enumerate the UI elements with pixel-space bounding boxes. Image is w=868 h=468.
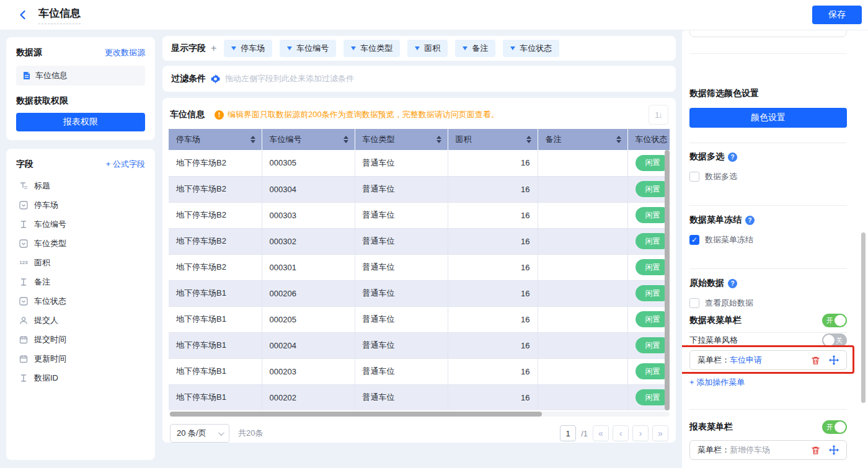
table-row[interactable]: 地下停车场B1000202普通车位16闲置 — [169, 384, 670, 410]
freeze-title: 数据菜单冻结? — [689, 214, 755, 226]
datasource-item[interactable]: 车位信息 — [16, 66, 145, 86]
change-datasource-link[interactable]: 更改数据源 — [105, 47, 145, 58]
add-action-menu-link[interactable]: + 添加操作菜单 — [689, 377, 745, 388]
column-header-车位编号[interactable]: 车位编号 — [262, 129, 355, 150]
help-icon[interactable]: ? — [728, 279, 737, 288]
dropdown-style-toggle[interactable]: 关 — [822, 333, 847, 347]
table-row[interactable]: 地下停车场B1000205普通车位16闲置 — [169, 306, 670, 332]
page-title[interactable]: 车位信息 — [38, 6, 81, 24]
field-item-提交人[interactable]: 提交人 — [16, 311, 145, 330]
cell-type: 普通车位 — [355, 228, 448, 254]
column-header-车位类型[interactable]: 车位类型 — [355, 129, 448, 150]
formula-field-link[interactable]: + 公式字段 — [106, 159, 145, 170]
freeze-checkbox[interactable]: ✓ 数据菜单冻结 — [689, 234, 753, 245]
help-icon[interactable]: ? — [728, 152, 737, 162]
menu-item-box[interactable]: 菜单栏： 车位申请 — [689, 350, 847, 370]
cell-parking: 地下停车场B2 — [169, 176, 262, 202]
field-item-数据ID[interactable]: 数据ID — [16, 368, 145, 387]
table-vertical-scrollbar[interactable] — [665, 150, 670, 410]
sort-icon[interactable] — [343, 136, 348, 143]
field-item-label: 车位类型 — [34, 238, 66, 249]
table-row[interactable]: 地下停车场B1000204普通车位16闲置 — [169, 332, 670, 358]
datasource-title: 数据源 — [16, 47, 42, 58]
report-permission-button[interactable]: 报表权限 — [16, 113, 145, 131]
table-row[interactable]: 地下停车场B1000203普通车位16闲置 — [169, 358, 670, 384]
delete-menu-button[interactable] — [810, 445, 820, 455]
table-row[interactable]: 地下停车场B2000302普通车位16闲置 — [169, 228, 670, 254]
help-icon[interactable]: ? — [745, 216, 755, 225]
field-chip-车位编号[interactable]: 车位编号 — [280, 40, 336, 57]
sort-order-button[interactable]: 1↓ — [649, 105, 668, 125]
delete-menu-button[interactable] — [810, 355, 820, 365]
field-chip-车位类型[interactable]: 车位类型 — [343, 40, 400, 57]
table-card: 车位信息 ! 编辑界面只取数据源前200条作为查询数据预览，完整数据请访问页面查… — [162, 98, 676, 443]
move-menu-button[interactable] — [829, 445, 839, 455]
table-row[interactable]: 地下停车场B2000304普通车位16闲置 — [169, 176, 670, 202]
prev-page-button[interactable]: ‹ — [613, 425, 629, 441]
menu-item-label: 菜单栏： — [698, 355, 730, 366]
field-chip-备注[interactable]: 备注 — [455, 40, 495, 57]
trash-icon — [811, 446, 820, 455]
cell-number: 000303 — [262, 202, 355, 228]
report-menu-item-box[interactable]: 菜单栏： 新增停车场 — [689, 440, 847, 460]
column-header-车位状态[interactable]: 车位状态 — [627, 129, 670, 150]
field-chip-车位状态[interactable]: 车位状态 — [503, 40, 559, 57]
cell-parking: 地下停车场B2 — [169, 150, 262, 176]
table-row[interactable]: 地下停车场B2000301普通车位16闲置 — [169, 254, 670, 280]
move-menu-button[interactable] — [829, 355, 839, 365]
select-icon — [19, 200, 29, 210]
column-header-备注[interactable]: 备注 — [538, 129, 627, 150]
page-size-select[interactable]: 20 条/页 — [170, 424, 229, 443]
save-button[interactable]: 保存 — [812, 6, 862, 24]
column-header-停车场[interactable]: 停车场 — [169, 129, 262, 150]
first-page-button[interactable]: « — [593, 425, 609, 441]
table-menu-toggle[interactable]: 开 — [822, 314, 847, 327]
field-item-车位类型[interactable]: 车位类型 — [16, 234, 145, 253]
text-icon — [19, 219, 29, 229]
cell-type: 普通车位 — [355, 176, 448, 202]
table-row[interactable]: 地下停车场B2000303普通车位16闲置 — [169, 202, 670, 228]
field-item-提交时间[interactable]: 提交时间 — [16, 330, 145, 349]
checkbox-unchecked-icon — [689, 172, 699, 182]
panel-scrollbar[interactable] — [861, 232, 866, 403]
cell-area: 16 — [448, 384, 538, 410]
report-menu-toggle[interactable]: 开 — [822, 420, 847, 434]
gear-icon[interactable] — [211, 74, 220, 84]
table-row[interactable]: 地下停车场B2000305普通车位16闲置 — [169, 150, 670, 176]
table-horizontal-scrollbar[interactable] — [170, 412, 542, 417]
table-row[interactable]: 地下停车场B1000206普通车位16闲置 — [169, 280, 670, 306]
field-chip-停车场[interactable]: 停车场 — [224, 40, 272, 57]
fields-title: 字段 — [16, 159, 33, 170]
dropdown-style-row: 下拉菜单风格 关 — [689, 333, 847, 347]
multi-select-checkbox[interactable]: 数据多选 — [689, 171, 737, 182]
cell-area: 16 — [448, 176, 538, 202]
chip-label: 车位类型 — [360, 43, 392, 54]
cell-type: 普通车位 — [355, 150, 448, 176]
field-item-备注[interactable]: 备注 — [16, 272, 145, 291]
field-item-停车场[interactable]: 停车场 — [16, 195, 145, 214]
sort-icon[interactable] — [436, 136, 441, 143]
table-horizontal-scrollbar-track — [169, 412, 670, 417]
cell-note — [538, 306, 627, 332]
back-button[interactable] — [16, 8, 30, 22]
dropdown-triangle-icon — [415, 46, 420, 50]
sort-icon[interactable] — [616, 136, 621, 143]
sort-icon[interactable] — [526, 136, 531, 143]
dropdown-triangle-icon — [287, 46, 292, 50]
filter-bar: 过滤条件 拖动左侧字段到此处来添加过滤条件 — [162, 66, 676, 92]
current-page-input[interactable]: 1 — [560, 425, 576, 441]
color-settings-button[interactable]: 颜色设置 — [689, 108, 847, 128]
field-item-更新时间[interactable]: 更新时间 — [16, 349, 145, 368]
add-field-button[interactable]: + — [211, 43, 216, 54]
next-page-button[interactable]: › — [632, 425, 649, 441]
field-item-车位状态[interactable]: 车位状态 — [16, 291, 145, 311]
field-item-面积[interactable]: 123面积 — [16, 253, 145, 272]
sort-icon[interactable] — [250, 136, 255, 143]
field-item-标题[interactable]: 标题 — [16, 176, 145, 195]
raw-data-checkbox[interactable]: 查看原始数据 — [689, 298, 753, 309]
column-header-面积[interactable]: 面积 — [448, 129, 538, 150]
chip-label: 备注 — [472, 43, 488, 54]
field-item-车位编号[interactable]: 车位编号 — [16, 214, 145, 234]
last-page-button[interactable]: » — [652, 425, 668, 441]
field-chip-面积[interactable]: 面积 — [407, 40, 448, 57]
